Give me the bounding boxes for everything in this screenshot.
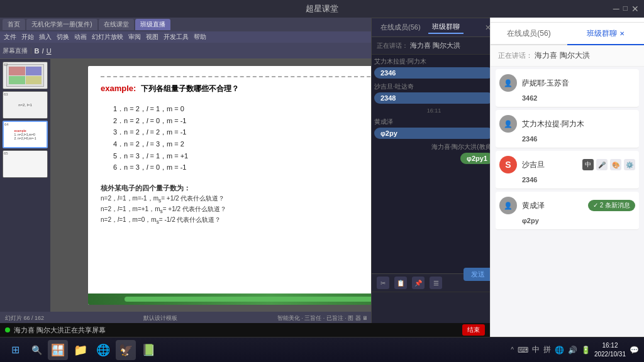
ribbon-view[interactable]: 视图 (146, 33, 158, 41)
chat-tab-group[interactable]: 班级群聊 (428, 21, 464, 34)
ppt-tab-online[interactable]: 在线课堂 (99, 19, 134, 30)
right-sidebar: 在线成员(56) ─ □ ✕ ≡ 在线成员(56) 班级群聊 ✕ 正在讲话： 海… (490, 0, 644, 362)
toolbar-u[interactable]: U (47, 47, 52, 55)
chat-overlay-panel: 在线成员(56) 班级群聊 ✕ 正在讲话： 海力喜 陶尔大洪 艾力木拉提·阿力木… (371, 18, 497, 324)
chat-messages-area: 艾力木拉提·阿力木 2346 沙吉旦·吐达奇 2348 16:11 黄成泽 φ2… (372, 55, 496, 273)
close-btn[interactable]: ✕ (631, 4, 639, 14)
rs-new-messages-badge[interactable]: ✓ 2 条新消息 (588, 200, 635, 211)
rs-icon-mic[interactable]: 中 (582, 159, 594, 170)
slide-thumbnail-panel[interactable]: 62 63 n=2, l=1 (0, 59, 50, 312)
search-button[interactable]: 🔍 (28, 341, 45, 359)
rs-tab-members[interactable]: 在线成员(56) (491, 23, 567, 45)
slide-thumb-65[interactable]: 65 (3, 150, 48, 178)
rs-tab-bar: 在线成员(56) 班级群聊 ✕ (491, 23, 644, 45)
rs-member-3-code: 2346 (522, 176, 635, 184)
start-button[interactable]: ⊞ (5, 341, 25, 359)
chat-msg-code-3: φ2py (374, 128, 494, 139)
rs-member-2-top: 👤 艾力木拉提·阿力木 (499, 115, 635, 133)
rs-icon-color[interactable]: 🎨 (610, 159, 621, 170)
chat-tab-members[interactable]: 在线成员(56) (377, 21, 425, 33)
slide-example-label: example: 下列各组量子数哪些不合理？ (101, 84, 239, 94)
rs-icon-more[interactable]: ⚙️ (624, 159, 635, 170)
chat-tool-copy[interactable]: 📋 (394, 277, 407, 289)
ppt-tab-live[interactable]: 班级直播 (135, 19, 170, 30)
screen-share-end-btn[interactable]: 结束 (462, 324, 485, 336)
ribbon-review[interactable]: 审阅 (128, 33, 141, 41)
chat-msg-code-1: 2346 (374, 67, 494, 79)
ppt-tab-home[interactable]: 首页 (3, 19, 25, 30)
ribbon-slideshow[interactable]: 幻灯片放映 (92, 33, 123, 41)
minimize-btn[interactable]: ─ (613, 4, 619, 14)
slide-num-62: 62 (4, 63, 8, 67)
rs-member-1: 👤 萨妮耶·玉苏音 3462 (496, 69, 639, 107)
rs-avatar-1: 👤 (499, 74, 517, 92)
slide-num-63: 63 (4, 92, 8, 96)
ribbon-insert[interactable]: 插入 (39, 33, 52, 41)
rs-member-3-icons: 中 🎤 🎨 ⚙️ (582, 159, 635, 170)
ribbon-help[interactable]: 帮助 (194, 33, 206, 41)
chat-teacher-name: 海力喜·陶尔大洪(教师) (431, 143, 494, 151)
tray-network-icon[interactable]: 🌐 (555, 346, 564, 354)
notification-icon[interactable]: 💬 (630, 346, 639, 354)
tray-battery-icon[interactable]: 🔋 (581, 346, 591, 354)
rs-members-list: 👤 萨妮耶·玉苏音 3462 👤 艾力木拉提·阿力木 2346 S 沙吉旦 中 … (491, 67, 644, 337)
chat-msg-2: 沙吉旦·吐达奇 2348 (374, 82, 494, 104)
ppt-tab-chem[interactable]: 无机化学第一册(复件) (26, 19, 97, 30)
taskbar-apps: 🪟 📁 🌐 🦅 📗 (48, 340, 511, 360)
taskbar-app-explorer[interactable]: 🪟 (48, 340, 68, 360)
system-tray: ^ ⌨ 中 拼 🌐 🔊 🔋 16:12 2022/10/31 💬 (511, 341, 639, 359)
window-controls: ─ □ ✕ (613, 4, 639, 14)
rs-member-4-name: 黄成泽 (522, 200, 583, 211)
ribbon-transition[interactable]: 切换 (57, 33, 69, 41)
maximize-btn[interactable]: □ (623, 4, 628, 14)
chat-msg-user-1: 艾力木拉提·阿力木 (374, 57, 494, 66)
slide-thumb-62[interactable]: 62 (3, 62, 48, 89)
rs-member-3: S 沙吉旦 中 🎤 🎨 ⚙️ 2346 (496, 151, 639, 189)
slide-thumb-64[interactable]: 64 example: 1. n=2,l=1,m=0 2. n=2,l=0,m=… (3, 121, 48, 148)
rs-member-2: 👤 艾力木拉提·阿力木 2346 (496, 110, 639, 148)
tray-volume-icon[interactable]: 🔊 (568, 346, 577, 354)
clock-date: 2022/10/31 (594, 350, 626, 359)
rs-member-4: 👤 黄成泽 ✓ 2 条新消息 φ2py (496, 192, 639, 230)
rs-avatar-2: 👤 (499, 115, 517, 133)
rs-close-tab[interactable]: ✕ (619, 30, 625, 37)
system-clock: 16:12 2022/10/31 (594, 341, 626, 359)
ribbon-dev[interactable]: 开发工具 (164, 33, 189, 41)
chat-toolbar: ✂ 📋 📌 ☰ (372, 273, 496, 324)
chat-tool-all[interactable]: ☰ (430, 277, 442, 289)
ribbon-home[interactable]: 开始 (21, 33, 34, 41)
taskbar-app-files[interactable]: 📁 (70, 340, 91, 360)
slide-num-64: 64 (4, 123, 9, 126)
taskbar: ⊞ 🔍 🪟 📁 🌐 🦅 📗 ^ ⌨ 中 拼 🌐 🔊 🔋 16:12 2022/1… (0, 337, 644, 362)
chat-input[interactable] (372, 292, 496, 324)
tray-ime-zh[interactable]: 中 (532, 344, 540, 355)
toolbar-i[interactable]: I (42, 47, 44, 55)
chat-teacher-code: φ2py1 (460, 153, 494, 164)
ribbon-file[interactable]: 文件 (4, 33, 16, 41)
ribbon-animation[interactable]: 动画 (74, 33, 87, 41)
rs-member-3-name: 沙吉旦 (522, 160, 577, 170)
rs-icon-edit[interactable]: 🎤 (596, 159, 608, 170)
chat-tool-paste[interactable]: 📌 (412, 277, 425, 289)
chat-speaker-info: 正在讲话： 海力喜 陶尔大洪 (372, 37, 496, 55)
rs-speaker-info: 正在讲话： 海力喜 陶尔大洪 (491, 45, 644, 67)
rs-speaker-name: 海力喜 陶尔大洪 (535, 51, 589, 60)
chat-tool-cut[interactable]: ✂ (377, 277, 389, 289)
taskbar-app-edge[interactable]: 🌐 (93, 340, 113, 360)
slide-thumb-63[interactable]: 63 n=2, l=1 (3, 91, 48, 119)
app-title: 超星课堂 (306, 3, 338, 14)
screen-share-text: 海力喜 陶尔大洪正在共享屏幕 (14, 326, 106, 335)
tray-keyboard-icon: ⌨ (518, 346, 528, 354)
taskbar-app-office[interactable]: 📗 (138, 340, 158, 360)
rs-speaker-label: 正在讲话： (498, 52, 533, 59)
tray-pinyin[interactable]: 拼 (543, 344, 551, 355)
toolbar-b[interactable]: B (35, 47, 40, 55)
rs-tab-group-chat[interactable]: 班级群聊 ✕ (567, 23, 644, 45)
rs-member-2-code: 2346 (522, 135, 635, 143)
rs-avatar-3: S (499, 156, 517, 173)
taskbar-app-main[interactable]: 🦅 (116, 340, 136, 360)
chat-msg-3: 黄成泽 φ2py (374, 118, 494, 139)
chat-msg-code-2: 2348 (374, 92, 494, 104)
tray-caret[interactable]: ^ (511, 346, 514, 353)
chat-send-button[interactable]: 发送 (464, 268, 492, 281)
